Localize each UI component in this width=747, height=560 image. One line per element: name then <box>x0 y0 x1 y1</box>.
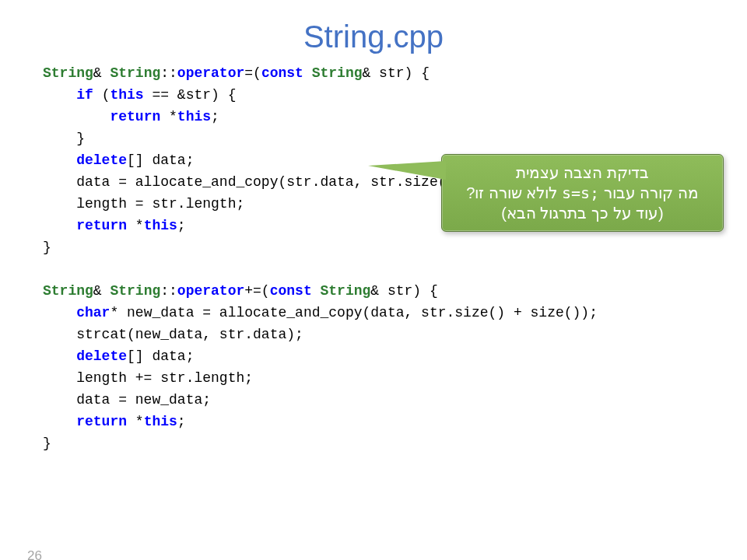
code-token: delete <box>76 348 127 364</box>
code-token: String <box>321 283 371 299</box>
code-token: } <box>43 240 51 255</box>
callout-box: בדיקת הצבה עצמית מה קורה עבור s=s; לולא … <box>441 154 724 232</box>
code-token: this <box>110 87 143 103</box>
code-token: String <box>43 283 93 299</box>
code-token: == &str) { <box>144 87 237 103</box>
code-token: & <box>93 65 110 81</box>
code-token: if <box>76 87 93 103</box>
code-token: char <box>76 305 110 320</box>
code-block: String& String::operator=(const String& … <box>43 62 747 454</box>
code-token: String <box>110 283 160 299</box>
code-token: operator <box>177 65 244 81</box>
code-token: this <box>144 414 177 429</box>
code-token: return <box>76 218 127 233</box>
code-token: [] data; <box>127 152 194 168</box>
code-token: this <box>144 218 177 233</box>
code-token: :: <box>160 283 177 299</box>
callout-text: מה קורה עבור <box>599 184 699 201</box>
code-token: String <box>43 65 93 81</box>
code-token: ( <box>93 87 110 103</box>
code-token: strcat(new_data, str.data); <box>43 327 303 342</box>
code-token: & str) { <box>363 65 430 81</box>
callout-line-1: בדיקת הצבה עצמית <box>448 163 717 183</box>
code-token: return <box>110 109 160 124</box>
code-token <box>43 109 110 124</box>
code-token: length += str.length; <box>43 370 253 386</box>
code-token: data = new_data; <box>43 392 211 408</box>
code-token: +=( <box>244 283 269 299</box>
code-token: * <box>127 414 144 429</box>
code-token: =( <box>244 65 261 81</box>
code-token: const <box>270 283 312 299</box>
code-token <box>43 348 76 364</box>
code-token: this <box>177 109 211 124</box>
code-token: * new_data = allocate_and_copy(data, str… <box>110 305 598 320</box>
code-token: const <box>261 65 303 81</box>
code-token: & str) { <box>370 283 437 299</box>
code-token <box>312 283 321 299</box>
code-token <box>43 152 76 168</box>
code-token <box>43 305 76 320</box>
code-token: :: <box>160 65 177 81</box>
callout-code: s=s; <box>562 184 599 202</box>
code-token <box>303 65 312 81</box>
code-token: * <box>160 109 177 124</box>
callout-line-2: מה קורה עבור s=s; לולא שורה זו? <box>448 183 717 203</box>
code-token: } <box>43 131 85 146</box>
slide-title: String.cpp <box>0 19 747 54</box>
code-token: String <box>312 65 363 81</box>
code-token: * <box>127 218 144 233</box>
callout-line-3: (עוד על כך בתרגול הבא) <box>448 203 717 223</box>
code-token <box>43 87 76 103</box>
page-number: 26 <box>27 548 42 560</box>
code-token: String <box>110 65 160 81</box>
code-token: operator <box>177 283 244 299</box>
code-token: } <box>43 436 51 451</box>
code-token: length = str.length; <box>43 196 244 212</box>
code-token: & <box>93 283 110 299</box>
code-token: delete <box>76 152 127 168</box>
code-token <box>43 414 76 429</box>
code-token: ; <box>177 218 186 233</box>
code-token: ; <box>211 109 219 124</box>
code-token: return <box>76 414 127 429</box>
code-token: [] data; <box>127 348 194 364</box>
callout-text: לולא שורה זו? <box>466 184 562 201</box>
code-token: ; <box>177 414 186 429</box>
code-token <box>43 218 76 233</box>
